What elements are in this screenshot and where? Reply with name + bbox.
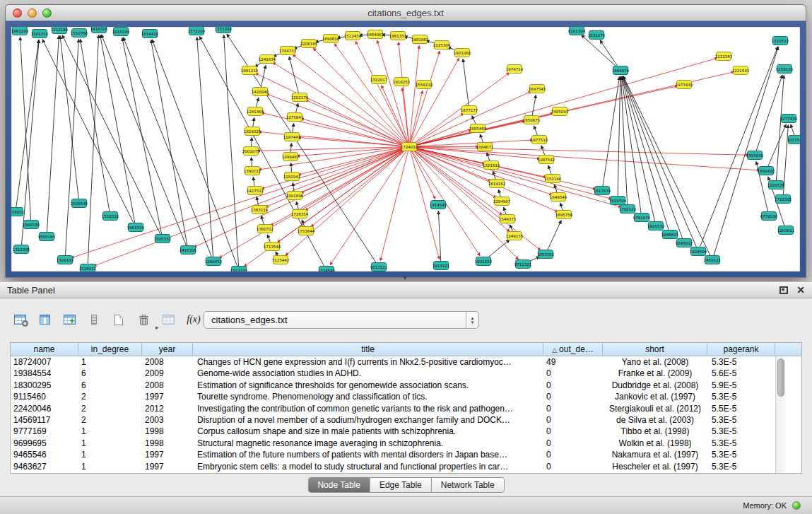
network-node[interactable]: 1581530 [23, 221, 40, 229]
network-view[interactable]: 1724010186121012418341784733220618516906… [11, 27, 800, 271]
column-header-pagerank[interactable]: pagerank [707, 343, 775, 356]
network-node[interactable]: 2125309 [433, 41, 451, 49]
network-node[interactable]: 1692420 [758, 167, 775, 175]
network-node[interactable]: 1924504 [690, 247, 707, 256]
network-node[interactable]: 2204907 [493, 197, 511, 206]
network-node[interactable]: 1974710 [506, 65, 524, 74]
network-node[interactable]: 6791970 [633, 214, 651, 222]
network-node[interactable]: 9245012 [676, 239, 693, 247]
table-row[interactable]: 1938455462009Genome-wide association stu… [11, 368, 801, 379]
network-node[interactable]: 1322017 [370, 76, 388, 84]
network-node[interactable]: 1664874 [612, 66, 630, 75]
column-header-title[interactable]: title [193, 343, 543, 356]
network-node[interactable]: 1921060 [454, 49, 471, 57]
network-node[interactable]: 1801530 [647, 222, 665, 230]
table-row[interactable]: 946554611997Estimation of the future num… [11, 449, 801, 460]
network-node[interactable]: 9711321 [514, 260, 532, 269]
network-node[interactable]: 2450121 [704, 256, 722, 264]
network-node[interactable]: 1224540 [318, 267, 336, 272]
network-node[interactable]: 1221543 [732, 66, 750, 75]
network-node[interactable]: 1181941 [283, 173, 301, 181]
network-node[interactable]: 8181304 [568, 27, 586, 35]
network-node[interactable]: 1260453 [205, 257, 223, 266]
network-node[interactable]: 1151200 [215, 27, 233, 33]
network-node[interactable]: 1518310 [102, 212, 119, 221]
table-row[interactable]: 946362711997Embryonic stem cells: a mode… [11, 461, 801, 472]
network-node[interactable]: 1363114 [251, 206, 269, 214]
tab-node-table[interactable]: Node Table [308, 478, 370, 492]
delete-column-button[interactable] [84, 310, 104, 329]
table-row[interactable]: 1456911722003Disruption of a novel membe… [11, 414, 801, 426]
network-node[interactable]: 1549373 [499, 215, 517, 223]
network-node[interactable]: 1203011 [777, 226, 795, 235]
network-node[interactable]: 1619162 [488, 180, 506, 188]
network-node[interactable]: 1420940 [252, 88, 269, 96]
network-node[interactable]: 7125442 [272, 256, 290, 264]
network-node[interactable]: 1418316 [90, 27, 108, 33]
table-row[interactable]: 911546021997Tourette syndrome. Phenomeno… [11, 391, 801, 402]
network-node[interactable]: 1415305 [180, 246, 197, 255]
network-node[interactable]: 1241834 [259, 55, 276, 64]
network-node[interactable]: 2206185 [300, 40, 318, 48]
network-node[interactable]: 1677177 [461, 106, 478, 115]
network-node[interactable]: 1710305 [775, 195, 792, 204]
import-table-button[interactable]: ▸ [158, 310, 178, 329]
network-node[interactable]: 1152146 [544, 175, 562, 183]
column-header-out_degree[interactable]: △out_de… [543, 343, 603, 356]
function-builder-button[interactable]: f(x) [183, 310, 204, 329]
network-node[interactable]: 1726354 [291, 210, 309, 218]
table-options-button[interactable] [10, 310, 30, 329]
network-node[interactable]: 1427512 [247, 187, 264, 195]
network-node[interactable]: 1505152 [154, 235, 172, 243]
network-node[interactable]: 1713544 [264, 243, 281, 251]
network-node[interactable]: 1046605 [661, 230, 679, 239]
scrollbar-thumb[interactable] [777, 358, 784, 397]
network-node[interactable]: 1212180 [51, 27, 69, 34]
table-row[interactable]: 977716911998Corpus callosum shape and si… [11, 426, 801, 437]
network-node[interactable]: 1099487 [282, 153, 300, 161]
float-panel-icon[interactable] [779, 286, 788, 294]
network-node[interactable]: 2526536 [71, 199, 88, 208]
network-node[interactable]: 2101210 [31, 30, 49, 38]
network-node[interactable]: 9277430 [780, 115, 798, 123]
network-node[interactable]: 1209530 [767, 181, 785, 189]
network-node[interactable]: 6772030 [760, 212, 778, 221]
network-node[interactable]: 1572209 [188, 27, 206, 35]
network-node[interactable]: 1916253 [393, 78, 411, 86]
network-node[interactable]: 1690616 [322, 35, 340, 43]
network-node[interactable]: 1031253 [475, 257, 493, 266]
network-node[interactable]: 1001896 [286, 192, 304, 200]
network-node[interactable]: 1015109 [112, 28, 130, 36]
network-node[interactable]: 1792120 [619, 205, 637, 214]
network-node[interactable]: 5901530 [127, 223, 145, 232]
network-node[interactable]: 1249155 [506, 232, 524, 240]
network-node[interactable]: 1390721 [244, 167, 261, 175]
network-node[interactable]: 1312132 [230, 267, 248, 272]
network-node[interactable]: 1275841 [286, 113, 304, 122]
network-node[interactable]: 1312305 [13, 245, 30, 254]
network-node[interactable]: 1914545 [430, 201, 447, 209]
network-node[interactable]: 2001075 [242, 147, 260, 156]
create-column-button[interactable]: + [59, 310, 79, 329]
network-node[interactable]: 1664061 [367, 30, 384, 39]
network-node[interactable]: 1360712 [257, 225, 274, 233]
network-node[interactable]: 1021543 [787, 136, 800, 144]
network-node[interactable]: 1512454 [344, 32, 362, 40]
delete-button[interactable] [134, 310, 153, 329]
network-node[interactable]: 1895756 [555, 211, 573, 219]
network-node[interactable]: 1595830 [746, 151, 764, 160]
network-node[interactable]: 1697543 [529, 85, 546, 93]
column-header-name[interactable]: name [11, 343, 78, 356]
close-panel-icon[interactable]: ✕ [796, 285, 805, 295]
network-node[interactable]: 1510513 [772, 37, 789, 45]
network-node[interactable]: 1961353 [389, 32, 407, 40]
table-row[interactable]: 969969511998Structural magnetic resonanc… [11, 438, 801, 449]
network-node[interactable]: 1558218 [416, 81, 433, 89]
network-node[interactable]: 9505185 [38, 233, 56, 241]
network-node[interactable]: 1087542 [538, 156, 555, 164]
network-node[interactable]: 2016052 [11, 208, 24, 216]
panel-splitter-handle[interactable]: ▾ [400, 274, 410, 281]
table-row[interactable]: 1872400712008Changes of HCN gene express… [11, 356, 801, 368]
network-node[interactable]: 1121543 [715, 52, 733, 61]
network-node[interactable]: 2126052 [79, 264, 97, 272]
